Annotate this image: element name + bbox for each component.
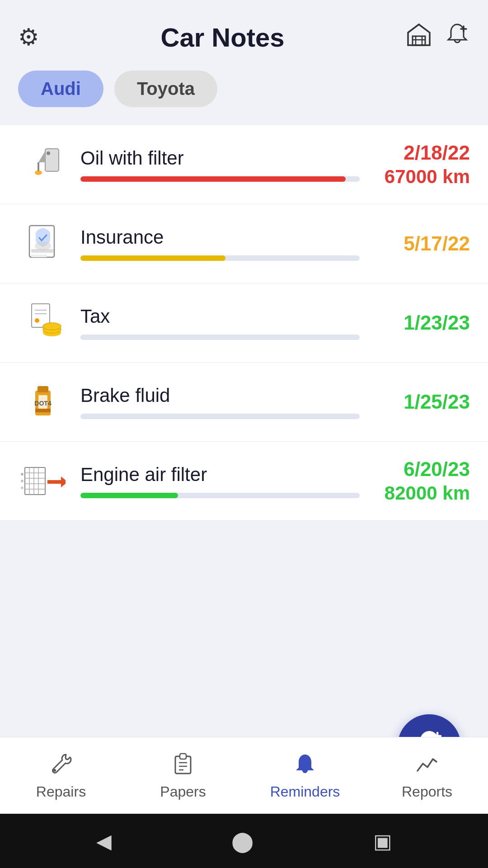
list-item[interactable]: Engine air filter 6/20/23 82000 km	[0, 442, 488, 521]
insurance-progress-fill	[80, 255, 225, 261]
svg-rect-0	[413, 36, 425, 45]
engine-air-progress-fill	[80, 493, 178, 498]
svg-rect-43	[180, 754, 186, 759]
engine-air-icon	[18, 456, 68, 506]
brake-name: Brake fluid	[80, 385, 360, 406]
insurance-content: Insurance	[80, 226, 360, 261]
android-recent-button[interactable]: ▣	[373, 830, 392, 853]
brake-date: 1/25/23	[371, 391, 470, 413]
svg-rect-26	[35, 409, 51, 412]
engine-air-km-text: 82000 km	[371, 482, 470, 504]
oil-name: Oil with filter	[80, 147, 360, 169]
tax-icon	[18, 298, 68, 348]
bottom-navigation: Repairs Papers Reminders	[0, 737, 488, 814]
tax-date-text: 1/23/23	[371, 311, 470, 334]
engine-air-progress-bg	[80, 493, 360, 498]
tax-date: 1/23/23	[371, 311, 470, 334]
svg-point-18	[35, 318, 39, 323]
svg-point-37	[21, 486, 23, 489]
nav-item-papers[interactable]: Papers	[122, 744, 244, 807]
insurance-progress-bg	[80, 255, 360, 261]
insurance-date: 5/17/22	[371, 232, 470, 255]
nav-item-repairs[interactable]: Repairs	[0, 744, 122, 807]
car-tabs: Audi Toyota	[0, 63, 488, 122]
oil-date-text: 2/18/22	[371, 142, 470, 164]
tab-audi[interactable]: Audi	[18, 71, 103, 107]
oil-icon	[18, 140, 68, 189]
header-right-icons	[406, 22, 470, 52]
list-item[interactable]: Oil with filter 2/18/22 67000 km	[0, 125, 488, 204]
nav-item-reminders[interactable]: Reminders	[244, 744, 366, 807]
nav-reminders-label: Reminders	[270, 783, 340, 800]
engine-air-date-text: 6/20/23	[371, 458, 470, 481]
tax-content: Tax	[80, 306, 360, 340]
tab-toyota[interactable]: Toyota	[114, 71, 217, 107]
oil-date: 2/18/22 67000 km	[371, 142, 470, 188]
settings-icon[interactable]: ⚙	[18, 24, 39, 51]
engine-air-date: 6/20/23 82000 km	[371, 458, 470, 504]
svg-point-21	[43, 323, 61, 330]
brake-date-text: 1/25/23	[371, 391, 470, 413]
svg-point-36	[21, 480, 23, 482]
reports-icon	[415, 751, 439, 779]
nav-papers-label: Papers	[160, 783, 206, 800]
list-item[interactable]: DOT4 Brake fluid 1/25/23	[0, 363, 488, 442]
tax-name: Tax	[80, 306, 360, 327]
oil-content: Oil with filter	[80, 147, 360, 182]
list-item[interactable]: Tax 1/23/23	[0, 283, 488, 363]
nav-item-reports[interactable]: Reports	[366, 744, 488, 807]
svg-point-41	[53, 769, 56, 772]
bell-icon	[293, 751, 317, 779]
insurance-name: Insurance	[80, 226, 360, 248]
add-notification-icon[interactable]	[445, 22, 470, 52]
brake-progress-bg	[80, 414, 360, 419]
svg-point-9	[35, 170, 42, 175]
svg-text:DOT4: DOT4	[34, 400, 52, 407]
insurance-icon	[18, 219, 68, 269]
list-item[interactable]: Insurance 5/17/22	[0, 204, 488, 283]
svg-marker-7	[38, 151, 45, 162]
brake-content: Brake fluid	[80, 385, 360, 419]
wrench-icon	[49, 751, 73, 779]
clipboard-icon	[171, 751, 195, 779]
header: ⚙ Car Notes	[0, 0, 488, 63]
svg-rect-13	[31, 255, 47, 257]
android-home-button[interactable]: ⬤	[231, 830, 253, 853]
garage-icon[interactable]	[406, 23, 432, 52]
nav-repairs-label: Repairs	[36, 783, 86, 800]
svg-rect-23	[38, 386, 48, 392]
oil-progress-fill	[80, 176, 346, 182]
svg-marker-38	[47, 476, 66, 487]
svg-point-14	[35, 241, 51, 250]
svg-point-10	[47, 151, 50, 155]
app-title: Car Notes	[39, 22, 406, 52]
nav-reports-label: Reports	[402, 783, 452, 800]
oil-progress-bg	[80, 176, 360, 182]
tax-progress-bg	[80, 335, 360, 340]
svg-point-35	[21, 473, 23, 476]
engine-air-content: Engine air filter	[80, 464, 360, 498]
svg-rect-27	[25, 467, 45, 495]
engine-air-name: Engine air filter	[80, 464, 360, 486]
android-navigation: ◀ ⬤ ▣	[0, 814, 488, 868]
insurance-date-text: 5/17/22	[371, 232, 470, 255]
android-back-button[interactable]: ◀	[96, 830, 112, 853]
oil-km-text: 67000 km	[371, 166, 470, 188]
reminders-list: Oil with filter 2/18/22 67000 km	[0, 122, 488, 737]
brake-icon: DOT4	[18, 377, 68, 427]
